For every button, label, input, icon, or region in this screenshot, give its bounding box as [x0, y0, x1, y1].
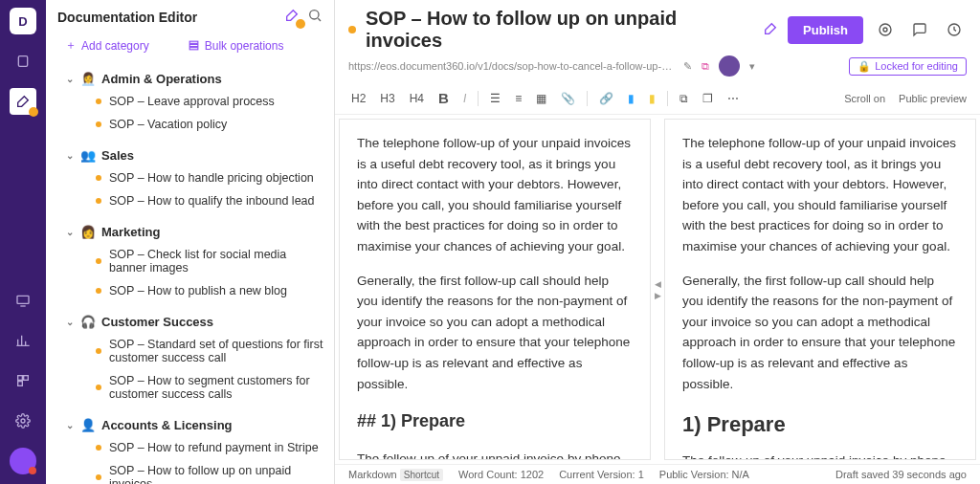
status-current-version: Current Version: 1 — [559, 469, 644, 480]
tb-bold[interactable]: B — [435, 88, 452, 108]
history-icon[interactable] — [942, 17, 967, 42]
tb-link-icon[interactable]: 🔗 — [596, 90, 616, 107]
category-name: Sales — [101, 148, 134, 163]
tb-highlight-blue-icon[interactable]: ▮ — [625, 90, 637, 107]
draft-dot-icon — [96, 121, 101, 127]
chevron-icon: ⌄ — [65, 420, 75, 430]
tb-h4[interactable]: H4 — [407, 90, 427, 107]
tb-h3[interactable]: H3 — [377, 90, 397, 107]
category-header[interactable]: ⌄👥Sales — [65, 143, 324, 166]
nav-rail: D — [0, 0, 46, 484]
sidebar-title: Documentation Editor — [57, 10, 277, 25]
tb-list-ul-icon[interactable]: ☰ — [487, 90, 503, 107]
pane-splitter[interactable]: ◀▶ — [655, 115, 660, 464]
rail-extensions-icon[interactable] — [10, 367, 36, 394]
svg-point-10 — [883, 28, 887, 32]
status-dot-icon — [348, 26, 356, 33]
markdown-editor-pane[interactable]: The telephone follow-up of your unpaid i… — [339, 119, 651, 460]
search-icon[interactable] — [307, 8, 323, 26]
main-area: SOP – How to follow up on unpaid invoice… — [335, 0, 980, 484]
item-label: SOP – How to handle pricing objection — [109, 171, 314, 185]
comments-icon[interactable] — [907, 17, 932, 42]
svg-rect-7 — [189, 41, 198, 43]
draft-dot-icon — [96, 348, 101, 354]
chevron-icon: ⌄ — [65, 227, 75, 237]
item-label: SOP – Check list for social media banner… — [109, 248, 324, 275]
sidebar-edit-icon[interactable] — [284, 8, 300, 26]
category-icon: 🎧 — [80, 314, 96, 329]
tb-more-icon[interactable]: ⋯ — [724, 90, 742, 107]
sidebar-item[interactable]: SOP – Check list for social media banner… — [65, 243, 324, 279]
chevron-down-icon[interactable]: ▾ — [749, 60, 755, 73]
svg-rect-9 — [189, 48, 198, 50]
category-icon: 👩 — [80, 224, 96, 239]
sidebar-item[interactable]: SOP – How to qualify the inbound lead — [65, 189, 324, 212]
category-header[interactable]: ⌄👩Marketing — [65, 220, 324, 243]
status-bar: Markdown Shortcut Word Count: 1202 Curre… — [335, 464, 980, 484]
rail-settings-icon[interactable] — [10, 407, 36, 434]
add-category-button[interactable]: ＋ Add category — [65, 37, 149, 54]
url-edit-icon[interactable]: ✎ — [683, 60, 692, 73]
item-label: SOP – Standard set of questions for firs… — [109, 338, 324, 364]
rail-monitor-icon[interactable] — [10, 287, 36, 314]
sidebar: Documentation Editor ＋ Add category Bulk… — [46, 0, 335, 484]
tb-italic[interactable]: I — [460, 90, 469, 107]
tb-attach-icon[interactable]: 📎 — [558, 90, 578, 107]
status-shortcut[interactable]: Shortcut — [400, 469, 443, 481]
tb-image-icon[interactable]: ▦ — [533, 90, 549, 107]
preview-text: The follow-up of your unpaid invoice by … — [682, 451, 958, 460]
category-icon: 👤 — [80, 417, 96, 432]
item-label: SOP – How to refund payment in Stripe — [109, 441, 319, 454]
category-header[interactable]: ⌄👩‍💼Admin & Operations — [65, 67, 324, 90]
category-header[interactable]: ⌄👤Accounts & Licensing — [65, 413, 324, 436]
editor-text: Generally, the first follow-up call shou… — [357, 271, 633, 395]
preview-toggle[interactable]: Public preview — [899, 93, 967, 104]
rail-editor-icon[interactable] — [10, 88, 36, 115]
item-label: SOP – How to follow up on unpaid invoice… — [109, 464, 324, 484]
tb-code-icon[interactable]: ⧉ — [677, 90, 691, 107]
sidebar-item[interactable]: SOP – Vacation policy — [65, 113, 324, 136]
editor-avatar[interactable] — [719, 55, 740, 77]
draft-dot-icon — [96, 175, 101, 181]
bulk-operations-button[interactable]: Bulk operations — [188, 37, 284, 54]
tb-highlight-yellow-icon[interactable]: ▮ — [646, 90, 658, 107]
category-name: Accounts & Licensing — [101, 418, 233, 432]
scroll-toggle[interactable]: Scroll on — [844, 93, 885, 104]
rename-icon[interactable] — [763, 21, 778, 39]
draft-dot-icon — [96, 288, 101, 294]
draft-dot-icon — [96, 198, 101, 204]
sidebar-item[interactable]: SOP – Standard set of questions for firs… — [65, 333, 324, 369]
rail-user-avatar[interactable] — [10, 448, 36, 474]
editor-text: The follow-up of your unpaid invoice by … — [357, 449, 633, 460]
publish-button[interactable]: Publish — [788, 16, 863, 44]
settings-icon[interactable] — [873, 17, 898, 42]
sidebar-item[interactable]: SOP – How to publish a new blog — [65, 279, 324, 302]
category-name: Marketing — [101, 225, 160, 239]
tb-h2[interactable]: H2 — [348, 90, 368, 107]
category-icon: 👩‍💼 — [80, 71, 96, 86]
rail-analytics-icon[interactable] — [10, 327, 36, 354]
editor-heading: ## 1) Prepare — [357, 407, 633, 435]
sidebar-item[interactable]: SOP – How to handle pricing objection — [65, 166, 324, 189]
rail-docs-icon[interactable] — [10, 48, 36, 75]
category-header[interactable]: ⌄🎧Customer Success — [65, 310, 324, 333]
locked-badge: 🔒 Locked for editing — [849, 57, 967, 76]
svg-rect-8 — [189, 44, 198, 46]
chevron-icon: ⌄ — [65, 150, 75, 161]
status-saved: Draft saved 39 seconds ago — [835, 469, 967, 480]
svg-rect-3 — [24, 376, 29, 381]
category-icon: 👥 — [80, 147, 96, 163]
sidebar-item[interactable]: SOP – How to segment customers for custo… — [65, 369, 324, 406]
doc-url: https://eos.document360.io/v1/docs/sop-h… — [348, 60, 674, 72]
tb-copy-icon[interactable]: ❐ — [700, 90, 716, 107]
sidebar-item[interactable]: SOP – How to follow up on unpaid invoice… — [65, 459, 324, 484]
sidebar-item[interactable]: SOP – Leave approval process — [65, 90, 324, 113]
category-name: Admin & Operations — [101, 72, 222, 86]
status-wordcount: Word Count: 1202 — [458, 469, 544, 480]
tb-list-ol-icon[interactable]: ≡ — [512, 90, 524, 107]
app-logo[interactable]: D — [10, 8, 36, 34]
sidebar-item[interactable]: SOP – How to refund payment in Stripe — [65, 436, 324, 459]
url-copy-icon[interactable]: ⧉ — [702, 60, 709, 73]
item-label: SOP – How to segment customers for custo… — [109, 374, 324, 401]
item-label: SOP – How to publish a new blog — [109, 284, 287, 297]
